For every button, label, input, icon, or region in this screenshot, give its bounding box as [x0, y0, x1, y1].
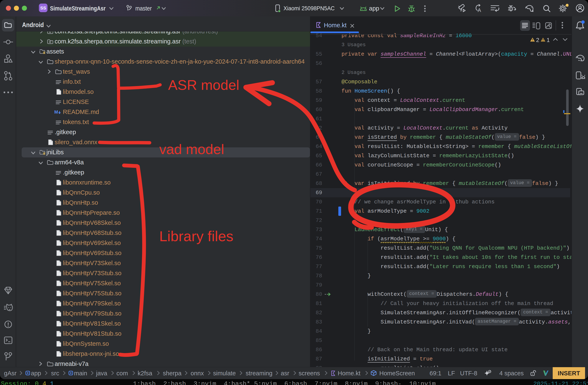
svg-text:1: 1: [546, 37, 550, 43]
svg-text:M: M: [54, 110, 58, 115]
svg-text:2: 2: [536, 37, 539, 43]
svg-text:A: A: [478, 7, 481, 12]
